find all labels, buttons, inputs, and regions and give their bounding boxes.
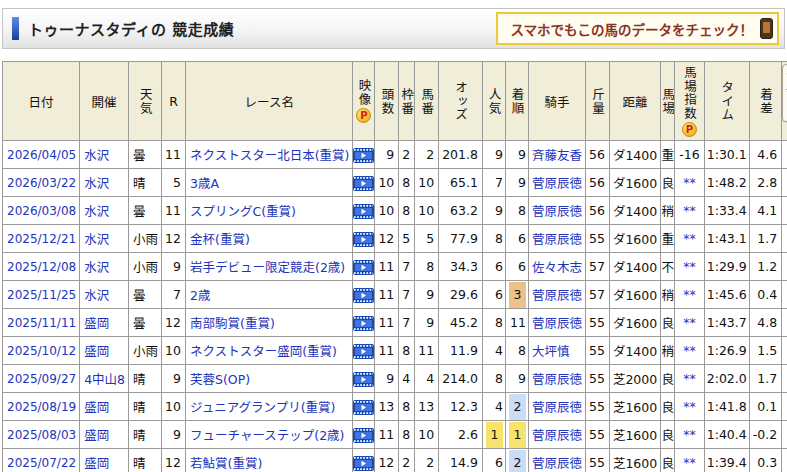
date-link[interactable]: 2025/12/08 [7,260,76,274]
cell-race[interactable]: フューチャーステップ(2歳) [186,421,353,449]
video-play-icon[interactable] [353,428,374,443]
cell-venue[interactable]: 水沢 [80,281,129,309]
track_index-link[interactable]: ** [683,399,696,414]
venue-link[interactable]: 水沢 [84,288,109,303]
cell-date[interactable]: 2025/07/22 [3,449,80,472]
video-play-icon[interactable] [353,400,374,415]
track_index-link[interactable]: ** [683,455,696,470]
cell-race[interactable]: 2歳 [186,281,353,309]
date-link[interactable]: 2025/08/19 [7,400,76,414]
video-play-icon[interactable] [353,148,374,163]
cell-jockey[interactable]: 菅原辰徳 [528,225,585,253]
promo-button[interactable]: スマホでもこの馬のデータをチェック！ [496,12,779,45]
cell-date[interactable]: 2025/11/11 [3,309,80,337]
race-link[interactable]: 若鮎賞(重賞) [190,456,262,471]
cell-date[interactable]: 2026/03/22 [3,169,80,197]
cell-race[interactable]: ジュニアグランプリ(重賞) [186,393,353,421]
cell-time_index[interactable]: ** [782,225,787,253]
date-link[interactable]: 2026/03/22 [7,176,76,190]
cell-race[interactable]: ネクストスター盛岡(重賞) [186,337,353,365]
cell-time_index[interactable]: ** [782,169,787,197]
venue-link[interactable]: 水沢 [84,232,109,247]
race-link[interactable]: 芙蓉S(OP) [190,372,250,387]
date-link[interactable]: 2025/09/27 [7,372,76,386]
cell-venue[interactable]: 水沢 [80,197,129,225]
cell-race[interactable]: 金杯(重賞) [186,225,353,253]
date-link[interactable]: 2025/07/22 [7,456,76,470]
cell-jockey[interactable]: 菅原辰徳 [528,365,585,393]
cell-time_index[interactable]: ** [782,253,787,281]
cell-time_index[interactable]: ** [782,365,787,393]
track_index-link[interactable]: ** [683,315,696,330]
jockey-link[interactable]: 佐々木志 [532,260,582,275]
video-play-icon[interactable] [353,232,374,247]
cell-jockey[interactable]: 菅原辰徳 [528,393,585,421]
cell-time_index[interactable]: ** [782,309,787,337]
cell-date[interactable]: 2026/03/08 [3,197,80,225]
jockey-link[interactable]: 菅原辰徳 [532,400,582,415]
cell-date[interactable]: 2025/09/27 [3,365,80,393]
track_index-link[interactable]: ** [683,259,696,274]
cell-jockey[interactable]: 佐々木志 [528,253,585,281]
venue-link[interactable]: 水沢 [84,204,109,219]
cell-date[interactable]: 2025/11/25 [3,281,80,309]
cell-venue[interactable]: 盛岡 [80,337,129,365]
cell-venue[interactable]: 水沢 [80,225,129,253]
jockey-link[interactable]: 菅原辰徳 [532,316,582,331]
track_index-link[interactable]: ** [683,371,696,386]
cell-venue[interactable]: 盛岡 [80,309,129,337]
jockey-link[interactable]: 大坪慎 [532,344,570,359]
video-play-icon[interactable] [353,288,374,303]
jockey-link[interactable]: 菅原辰徳 [532,204,582,219]
race-link[interactable]: 3歳A [190,176,219,191]
cell-race[interactable]: ネクストスター北日本(重賞) [186,141,353,169]
cell-date[interactable]: 2025/10/12 [3,337,80,365]
video-play-icon[interactable] [353,204,374,219]
cell-track_index[interactable]: ** [675,253,704,281]
date-link[interactable]: 2025/10/12 [7,344,76,358]
cell-track_index[interactable]: ** [675,309,704,337]
cell-track_index[interactable]: ** [675,393,704,421]
cell-jockey[interactable]: 菅原辰徳 [528,421,585,449]
race-link[interactable]: ネクストスター盛岡(重賞) [190,344,337,359]
cell-time_index[interactable]: ** [782,281,787,309]
race-link[interactable]: 金杯(重賞) [190,232,250,247]
jockey-link[interactable]: 斉藤友香 [532,148,582,163]
race-link[interactable]: ジュニアグランプリ(重賞) [190,400,335,415]
cell-jockey[interactable]: 菅原辰徳 [528,197,585,225]
cell-track_index[interactable]: ** [675,225,704,253]
cell-jockey[interactable]: 大坪慎 [528,337,585,365]
video-play-icon[interactable] [353,372,374,387]
cell-time_index[interactable]: ** [782,197,787,225]
cell-track_index[interactable]: ** [675,365,704,393]
jockey-link[interactable]: 菅原辰徳 [532,456,582,471]
jockey-link[interactable]: 菅原辰徳 [532,372,582,387]
date-link[interactable]: 2025/08/03 [7,428,76,442]
video-play-icon[interactable] [353,344,374,359]
cell-venue[interactable]: 水沢 [80,253,129,281]
date-link[interactable]: 2026/04/05 [7,148,76,162]
cell-venue[interactable]: 水沢 [80,141,129,169]
venue-link[interactable]: 4中山8 [84,372,125,387]
race-link[interactable]: 南部駒賞(重賞) [190,316,275,331]
venue-link[interactable]: 水沢 [84,176,109,191]
premium-icon[interactable]: P [682,122,697,137]
cell-track_index[interactable]: ** [675,337,704,365]
venue-link[interactable]: 水沢 [84,260,109,275]
video-play-icon[interactable] [353,316,374,331]
track_index-link[interactable]: ** [683,203,696,218]
track_index-link[interactable]: ** [683,343,696,358]
cell-time_index[interactable]: ** [782,337,787,365]
cell-jockey[interactable]: 菅原辰徳 [528,449,585,472]
cell-jockey[interactable]: 菅原辰徳 [528,281,585,309]
time-index-sort-button[interactable]: タイム指数▼ [782,64,787,122]
cell-track_index[interactable]: ** [675,281,704,309]
jockey-link[interactable]: 菅原辰徳 [532,176,582,191]
venue-link[interactable]: 盛岡 [84,400,109,415]
venue-link[interactable]: 盛岡 [84,428,109,443]
cell-time_index[interactable]: ** [782,421,787,449]
cell-venue[interactable]: 水沢 [80,169,129,197]
track_index-link[interactable]: ** [683,287,696,302]
cell-time_index[interactable]: ** [782,449,787,472]
cell-venue[interactable]: 盛岡 [80,393,129,421]
